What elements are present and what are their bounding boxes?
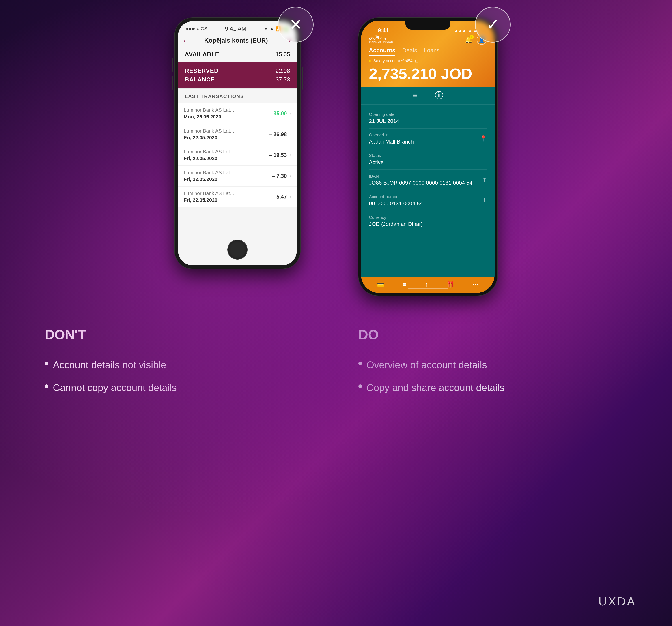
right-phone-wrapper: ✓ 9:41 ▲▲▲ ▲ ▬ <box>358 18 497 296</box>
chevron-icon-1: › <box>290 131 291 137</box>
wifi-icon: ▲ <box>270 26 274 31</box>
notification-icon[interactable]: 🔔 1 <box>465 36 473 44</box>
transaction-right-2: – 19.53 › <box>269 152 291 158</box>
transaction-amount-2: – 19.53 <box>269 152 287 158</box>
bank-name-arabic: بنك الأردن <box>369 35 393 40</box>
transaction-left-1: Luminor Bank AS Lat... Fri, 22.05.2020 <box>184 128 234 141</box>
phone-volume-down <box>172 76 173 90</box>
do-bullet-text-2: Copy and share account details <box>366 381 504 395</box>
available-value: 15.65 <box>275 51 290 58</box>
main-container: ✕ ●●●○○ GS 9:41 AM ✦ ▲ 📶 <box>0 0 672 626</box>
x-icon: ✕ <box>289 17 303 32</box>
account-summary: AVAILABLE 15.65 RESERVED – 22.08 BALANCE… <box>178 47 297 89</box>
dont-heading: DON'T <box>45 327 314 342</box>
transaction-name-3: Luminor Bank AS Lat... <box>184 170 234 176</box>
home-button[interactable] <box>227 240 247 260</box>
right-phone-frame: 9:41 ▲▲▲ ▲ ▬ بنك الأردن Bank of Jor <box>358 18 497 296</box>
do-heading: DO <box>358 327 627 342</box>
transaction-item[interactable]: Luminor Bank AS Lat... Fri, 22.05.2020 –… <box>178 124 297 145</box>
dont-bullet-list: Account details not visible Cannot copy … <box>45 353 314 399</box>
bullet-dot-icon-3 <box>358 361 362 365</box>
bank-logo: بنك الأردن Bank of Jordan <box>369 35 393 44</box>
bad-badge: ✕ <box>278 7 314 43</box>
detail-status: Status Active <box>369 149 487 170</box>
transaction-left-0: Luminor Bank AS Lat... Mon, 25.05.2020 <box>184 107 234 120</box>
transaction-name-4: Luminor Bank AS Lat... <box>184 191 234 196</box>
transaction-amount-3: – 7.30 <box>272 173 287 179</box>
do-bullet-2: Copy and share account details <box>358 376 627 399</box>
opened-in-value: Abdali Mall Branch <box>369 139 487 145</box>
balance-row: BALANCE 37.73 <box>185 75 290 84</box>
location-pin-icon[interactable]: 📍 <box>480 135 487 142</box>
transaction-amount-4: – 5.47 <box>272 194 287 200</box>
status-icons-right: ▲▲▲ ▲ ▬ <box>454 28 478 33</box>
transaction-name-0: Luminor Bank AS Lat... <box>184 107 234 113</box>
dont-bullet-2: Cannot copy account details <box>45 376 314 399</box>
detail-opening-date: Opening date 21 JUL 2014 <box>369 108 487 128</box>
iban-value: JO86 BJOR 0097 0000 0000 0131 0004 54 <box>369 180 487 186</box>
copy-icon-small[interactable]: ⊡ <box>415 58 419 64</box>
transaction-item[interactable]: Luminor Bank AS Lat... Mon, 25.05.2020 3… <box>178 103 297 124</box>
dont-bullet-text-1: Account details not visible <box>53 358 166 372</box>
nav-cards[interactable]: ≡ <box>403 281 406 288</box>
bottom-section: DON'T Account details not visible Cannot… <box>0 309 672 412</box>
tab-deals[interactable]: Deals <box>402 47 417 56</box>
account-balance: 2,735.210 JOD <box>369 66 487 82</box>
balance-label: BALANCE <box>185 76 215 83</box>
copy-account-number-button[interactable]: ⬆ <box>482 197 487 203</box>
left-phone-wrapper: ✕ ●●●○○ GS 9:41 AM ✦ ▲ 📶 <box>175 18 300 269</box>
transaction-left-3: Luminor Bank AS Lat... Fri, 22.05.2020 <box>184 170 234 182</box>
chevron-icon-0: › <box>290 110 291 117</box>
reserved-value: – 22.08 <box>271 67 290 74</box>
transaction-item[interactable]: Luminor Bank AS Lat... Fri, 22.05.2020 –… <box>178 145 297 166</box>
account-subtitle: ● Salary account ***454 ⊡ <box>369 58 487 64</box>
reserved-label: RESERVED <box>185 67 219 74</box>
nav-more[interactable]: ••• <box>473 281 478 288</box>
phone-power-button <box>302 67 303 90</box>
transaction-right-4: – 5.47 › <box>272 194 291 200</box>
detail-opened-in: Opened in Abdali Mall Branch 📍 <box>369 128 487 149</box>
phone-notch <box>405 21 450 29</box>
transaction-right-0: 35.00 › <box>273 110 291 117</box>
account-number-label: Account number <box>369 194 487 199</box>
left-phone-screen: ●●●○○ GS 9:41 AM ✦ ▲ 📶 🔋 ‹ Kopējais kont… <box>178 21 297 265</box>
transaction-date-1: Fri, 22.05.2020 <box>184 135 234 141</box>
transactions-section: LAST TRANSACTIONS <box>178 89 297 103</box>
good-badge: ✓ <box>475 7 511 43</box>
info-view-tab[interactable]: ℹ <box>435 91 443 99</box>
transfer-icon: ↑ <box>425 280 428 289</box>
available-label: AVAILABLE <box>185 51 219 58</box>
wifi-icon-right: ▲ <box>468 28 472 33</box>
teal-section: ≡ ℹ Opening date 21 JUL 2014 Opened in <box>361 86 495 276</box>
opening-date-value: 21 JUL 2014 <box>369 118 487 124</box>
transaction-item[interactable]: Luminor Bank AS Lat... Fri, 22.05.2020 –… <box>178 166 297 186</box>
back-button[interactable]: ‹ <box>184 37 186 44</box>
tab-accounts[interactable]: Accounts <box>369 47 395 56</box>
transaction-right-1: – 26.98 › <box>269 131 291 137</box>
do-bullet-text-1: Overview of account details <box>366 358 487 372</box>
opening-date-label: Opening date <box>369 112 487 117</box>
do-bullet-list: Overview of account details Copy and sha… <box>358 353 627 399</box>
account-details-list: Opening date 21 JUL 2014 Opened in Abdal… <box>361 104 495 276</box>
gifts-icon: 🎁 <box>447 281 454 288</box>
nav-wallet[interactable]: 💳 <box>377 281 384 288</box>
list-view-tab[interactable]: ≡ <box>413 91 417 100</box>
copy-iban-button[interactable]: ⬆ <box>482 177 487 183</box>
account-dot-icon: ● <box>369 59 371 63</box>
nav-gifts[interactable]: 🎁 <box>447 281 454 288</box>
iban-label: IBAN <box>369 174 487 179</box>
dont-bullet-1: Account details not visible <box>45 353 314 376</box>
transaction-left-4: Luminor Bank AS Lat... Fri, 22.05.2020 <box>184 191 234 203</box>
do-bullet-1: Overview of account details <box>358 353 627 376</box>
tab-loans[interactable]: Loans <box>424 47 440 56</box>
currency-label: Currency <box>369 215 487 220</box>
nav-title: Kopējais konts (EUR) <box>189 37 283 44</box>
right-phone-screen: 9:41 ▲▲▲ ▲ ▬ بنك الأردن Bank of Jor <box>361 21 495 293</box>
reserved-balance-row: RESERVED – 22.08 BALANCE 37.73 <box>178 62 297 89</box>
nav-transfer[interactable]: ↑ <box>425 280 428 289</box>
time-left: 9:41 AM <box>225 25 246 32</box>
home-indicator <box>408 288 448 290</box>
transaction-amount-1: – 26.98 <box>269 131 287 137</box>
transaction-item[interactable]: Luminor Bank AS Lat... Fri, 22.05.2020 –… <box>178 186 297 207</box>
detail-iban: IBAN JO86 BJOR 0097 0000 0000 0131 0004 … <box>369 170 487 190</box>
